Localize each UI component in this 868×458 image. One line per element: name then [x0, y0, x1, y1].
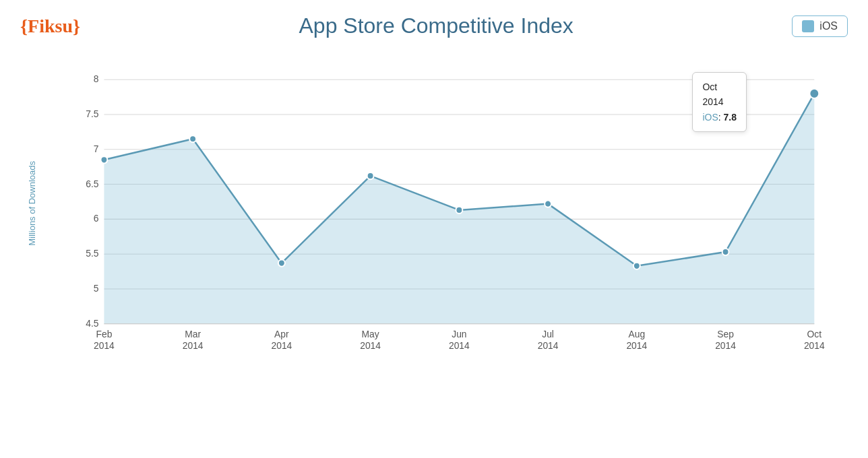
chart-title: App Store Competitive Index	[80, 13, 792, 38]
svg-text:2014: 2014	[360, 339, 381, 350]
logo: {Fiksu}	[20, 15, 80, 37]
header: {Fiksu} App Store Competitive Index iOS	[20, 13, 848, 38]
svg-text:2014: 2014	[626, 339, 647, 350]
svg-text:4.5: 4.5	[86, 318, 98, 329]
svg-point-35	[189, 135, 196, 142]
svg-text:5: 5	[94, 283, 99, 294]
svg-text:5.5: 5.5	[86, 248, 98, 259]
svg-point-42	[809, 89, 819, 98]
svg-point-34	[100, 156, 107, 163]
svg-text:2014: 2014	[183, 339, 204, 350]
legend-label-ios: iOS	[819, 20, 838, 32]
svg-text:Sep: Sep	[717, 329, 734, 339]
chart-inner: 4.555.566.577.58 Feb2014Mar2014Apr2014Ma…	[67, 52, 834, 362]
svg-text:2014: 2014	[94, 339, 115, 350]
svg-text:May: May	[362, 329, 380, 339]
svg-text:2014: 2014	[538, 339, 559, 350]
svg-text:6.5: 6.5	[86, 178, 98, 189]
svg-text:2014: 2014	[449, 339, 470, 350]
svg-text:2014: 2014	[271, 339, 292, 350]
svg-text:2014: 2014	[715, 339, 736, 350]
svg-text:Oct: Oct	[807, 329, 822, 339]
svg-text:7: 7	[94, 143, 99, 154]
svg-point-37	[367, 172, 374, 179]
svg-text:7.5: 7.5	[86, 108, 98, 119]
svg-text:Apr: Apr	[274, 329, 289, 339]
svg-text:Aug: Aug	[629, 329, 646, 339]
svg-text:Jun: Jun	[452, 329, 466, 339]
chart-svg: 4.555.566.577.58 Feb2014Mar2014Apr2014Ma…	[67, 52, 834, 362]
chart-area: Millions of Downloads 4.555.566.577.58 F…	[20, 45, 848, 402]
svg-point-38	[456, 207, 462, 214]
svg-text:8: 8	[94, 73, 99, 84]
svg-text:Feb: Feb	[96, 329, 112, 339]
svg-point-40	[633, 263, 640, 269]
svg-text:Jul: Jul	[542, 329, 554, 339]
legend-color-ios	[802, 20, 814, 32]
svg-point-39	[545, 200, 551, 207]
y-axis-label: Millions of Downloads	[27, 161, 37, 246]
svg-point-41	[722, 249, 729, 255]
page-container: {Fiksu} App Store Competitive Index iOS …	[0, 0, 868, 458]
legend-badge: iOS	[792, 15, 848, 37]
svg-text:Mar: Mar	[185, 329, 201, 339]
svg-text:6: 6	[94, 213, 99, 224]
svg-text:2014: 2014	[804, 339, 825, 350]
svg-point-36	[278, 260, 285, 267]
